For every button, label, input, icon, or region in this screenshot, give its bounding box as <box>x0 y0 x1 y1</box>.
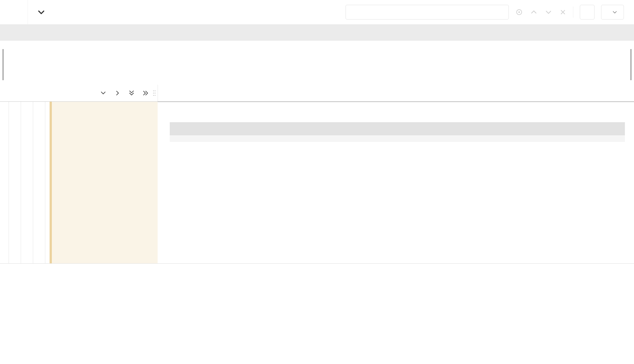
collapse-all-double-chevron-down-icon[interactable] <box>128 90 135 96</box>
collapse-one-chevron-down-icon[interactable] <box>100 90 107 96</box>
keyboard-shortcuts-button[interactable] <box>580 5 595 19</box>
service-color-bar <box>50 102 52 263</box>
minimap-ruler <box>0 40 634 49</box>
indent-guide <box>21 102 21 263</box>
indent-guide <box>33 102 33 263</box>
back-button[interactable] <box>0 0 28 24</box>
timeline-header <box>0 85 634 102</box>
span-rows <box>0 102 634 364</box>
top-bar-actions <box>346 5 634 19</box>
trace-title-chevron-down-icon[interactable] <box>37 8 46 16</box>
trace-summary-bar <box>0 24 634 40</box>
span-detail-gutter <box>0 102 158 263</box>
next-match-chevron-down-icon[interactable] <box>545 8 552 16</box>
prev-match-chevron-up-icon[interactable] <box>530 8 538 16</box>
expand-one-chevron-right-icon[interactable] <box>114 90 121 96</box>
minimap-scrubber-left[interactable] <box>3 49 3 80</box>
detail-gutter-fill <box>52 102 158 263</box>
column-resizer[interactable] <box>153 89 156 97</box>
chevron-down-icon <box>612 9 618 15</box>
find-controls <box>515 8 566 16</box>
indent-guide <box>9 102 9 263</box>
timeline-ruler <box>158 85 634 101</box>
minimap-scrubber-right[interactable] <box>631 49 631 80</box>
trace-minimap <box>0 40 634 80</box>
logs-section <box>170 122 625 142</box>
focus-matches-icon[interactable] <box>515 8 523 16</box>
timeline-left-header <box>0 85 158 101</box>
logs-header[interactable] <box>170 122 625 135</box>
expand-all-double-chevron-right-icon[interactable] <box>142 90 149 96</box>
clear-search-icon[interactable] <box>559 9 566 16</box>
logs-footnote <box>170 135 625 142</box>
minimap-canvas[interactable] <box>0 49 634 80</box>
indent-guide <box>45 102 45 263</box>
find-input[interactable] <box>346 5 509 19</box>
span-detail-row <box>0 102 634 264</box>
trace-view-selector[interactable] <box>601 5 624 19</box>
span-detail-panel <box>158 102 634 263</box>
minimap-bars <box>3 49 631 80</box>
collapse-controls <box>100 90 149 96</box>
top-bar <box>0 0 634 24</box>
header-divider <box>573 7 573 18</box>
